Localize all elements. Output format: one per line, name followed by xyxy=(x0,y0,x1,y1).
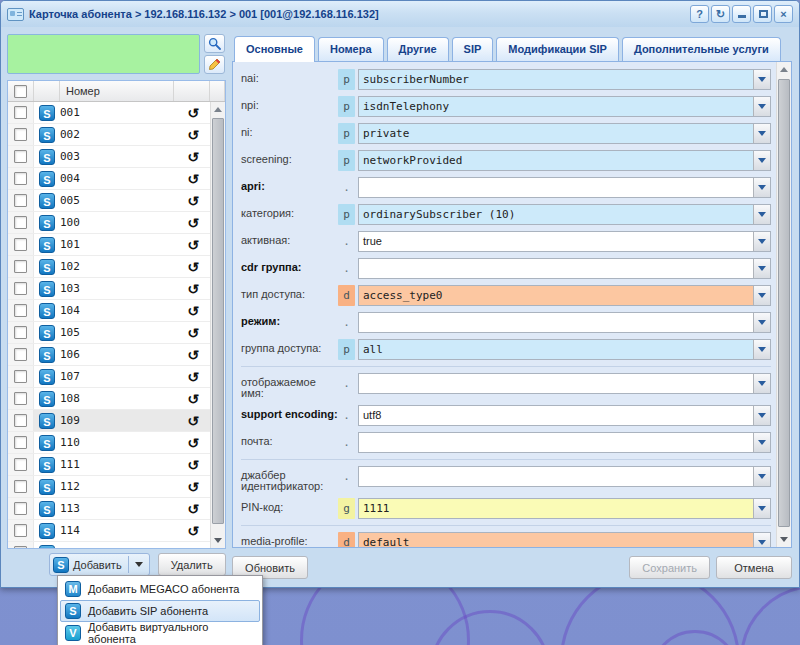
chevron-down-icon[interactable] xyxy=(135,562,143,567)
combo-trigger[interactable] xyxy=(753,70,770,89)
subscriber-row[interactable]: S113↺ xyxy=(8,498,210,520)
combo-trigger[interactable] xyxy=(753,313,770,332)
row-checkbox[interactable] xyxy=(14,172,27,185)
combo-trigger[interactable] xyxy=(753,232,770,251)
subscriber-row[interactable]: S004↺ xyxy=(8,168,210,190)
row-checkbox[interactable] xyxy=(14,128,27,141)
row-checkbox[interactable] xyxy=(14,392,27,405)
combo-trigger[interactable] xyxy=(753,97,770,116)
field-combo[interactable]: isdnTelephony xyxy=(358,96,771,117)
row-checkbox[interactable] xyxy=(14,436,27,449)
tab-sip-mods[interactable]: Модификации SIP xyxy=(496,37,619,61)
help-icon[interactable]: ? xyxy=(690,5,709,23)
combo-trigger[interactable] xyxy=(753,151,770,170)
history-icon[interactable]: ↺ xyxy=(176,435,210,451)
subscriber-row[interactable]: S103↺ xyxy=(8,278,210,300)
tab-other[interactable]: Другие xyxy=(387,37,449,61)
combo-trigger[interactable] xyxy=(753,533,770,547)
history-icon[interactable]: ↺ xyxy=(176,501,210,517)
tab-sip[interactable]: SIP xyxy=(452,37,494,61)
history-icon[interactable]: ↺ xyxy=(176,369,210,385)
row-checkbox[interactable] xyxy=(14,546,27,548)
subscriber-row[interactable]: S106↺ xyxy=(8,344,210,366)
scroll-up-icon[interactable] xyxy=(211,102,225,117)
field-combo[interactable] xyxy=(358,373,771,394)
field-combo[interactable]: all xyxy=(358,339,771,360)
row-checkbox[interactable] xyxy=(14,480,27,493)
subscriber-row[interactable]: S105↺ xyxy=(8,322,210,344)
row-checkbox[interactable] xyxy=(14,216,27,229)
combo-trigger[interactable] xyxy=(753,433,770,452)
delete-subscriber-button[interactable]: Удалить xyxy=(158,553,226,576)
window-titlebar[interactable]: Карточка абонента > 192.168.116.132 > 00… xyxy=(1,1,799,27)
row-checkbox[interactable] xyxy=(14,282,27,295)
subscriber-row[interactable]: S100↺ xyxy=(8,212,210,234)
refresh-icon[interactable]: ↻ xyxy=(711,5,730,23)
tab-extra-services[interactable]: Дополнительные услуги xyxy=(622,37,781,61)
subscriber-row[interactable]: S002↺ xyxy=(8,124,210,146)
history-icon[interactable]: ↺ xyxy=(176,457,210,473)
row-checkbox[interactable] xyxy=(14,458,27,471)
add-subscriber-button[interactable]: S Добавить xyxy=(49,553,150,576)
row-checkbox[interactable] xyxy=(14,238,27,251)
row-checkbox[interactable] xyxy=(14,194,27,207)
subscriber-row[interactable]: S114↺ xyxy=(8,520,210,542)
row-checkbox[interactable] xyxy=(14,524,27,537)
row-checkbox[interactable] xyxy=(14,502,27,515)
minimize-icon[interactable] xyxy=(732,5,751,23)
combo-trigger[interactable] xyxy=(753,178,770,197)
subscriber-row[interactable]: S104↺ xyxy=(8,300,210,322)
form-scrollbar-thumb[interactable] xyxy=(778,79,790,527)
combo-trigger[interactable] xyxy=(753,205,770,224)
history-icon[interactable]: ↺ xyxy=(176,391,210,407)
history-icon[interactable]: ↺ xyxy=(176,523,210,539)
table-header[interactable]: Номер xyxy=(8,81,225,102)
history-icon[interactable]: ↺ xyxy=(176,413,210,429)
field-combo[interactable]: utf8 xyxy=(358,405,771,426)
form-scrollbar[interactable] xyxy=(776,62,791,547)
subscriber-row[interactable]: S110↺ xyxy=(8,432,210,454)
subscriber-row[interactable]: S003↺ xyxy=(8,146,210,168)
field-combo[interactable] xyxy=(358,177,771,198)
cancel-button[interactable]: Отмена xyxy=(716,556,792,579)
history-icon[interactable]: ↺ xyxy=(176,149,210,165)
field-combo[interactable]: ordinarySubscriber (10) xyxy=(358,204,771,225)
history-icon[interactable]: ↺ xyxy=(176,281,210,297)
subscriber-row[interactable]: S102↺ xyxy=(8,256,210,278)
history-icon[interactable]: ↺ xyxy=(176,259,210,275)
history-icon[interactable]: ↺ xyxy=(176,127,210,143)
scroll-down-icon[interactable] xyxy=(777,532,791,547)
type-column-header[interactable] xyxy=(34,81,60,101)
field-combo[interactable]: subscriberNumber xyxy=(358,69,771,90)
close-icon[interactable]: × xyxy=(774,5,793,23)
subscriber-row[interactable]: S005↺ xyxy=(8,190,210,212)
subscriber-row[interactable]: S109↺ xyxy=(8,410,210,432)
row-checkbox[interactable] xyxy=(14,106,27,119)
menu-item-add-virtual[interactable]: VДобавить виртуального абонента xyxy=(60,622,260,644)
tab-numbers[interactable]: Номера xyxy=(318,37,384,61)
history-icon[interactable]: ↺ xyxy=(176,237,210,253)
subscriber-row[interactable]: S001↺ xyxy=(8,102,210,124)
field-combo[interactable]: private xyxy=(358,123,771,144)
history-icon[interactable]: ↺ xyxy=(176,545,210,549)
row-checkbox[interactable] xyxy=(14,260,27,273)
scroll-down-icon[interactable] xyxy=(211,533,225,548)
list-scrollbar-thumb[interactable] xyxy=(212,118,224,524)
save-button[interactable]: Сохранить xyxy=(629,556,710,579)
maximize-icon[interactable] xyxy=(753,5,772,23)
field-combo[interactable] xyxy=(358,258,771,279)
field-combo[interactable]: 1111 xyxy=(358,498,771,519)
history-icon[interactable]: ↺ xyxy=(176,193,210,209)
search-button[interactable] xyxy=(204,34,225,53)
combo-trigger[interactable] xyxy=(753,374,770,393)
number-column-header[interactable]: Номер xyxy=(60,81,174,101)
field-combo[interactable] xyxy=(358,432,771,453)
tab-main[interactable]: Основные xyxy=(234,36,315,62)
subscriber-row[interactable]: S108↺ xyxy=(8,388,210,410)
history-column-header[interactable] xyxy=(174,81,210,101)
history-icon[interactable]: ↺ xyxy=(176,479,210,495)
field-combo[interactable] xyxy=(358,466,771,487)
row-checkbox[interactable] xyxy=(14,326,27,339)
combo-trigger[interactable] xyxy=(753,124,770,143)
field-combo[interactable] xyxy=(358,312,771,333)
